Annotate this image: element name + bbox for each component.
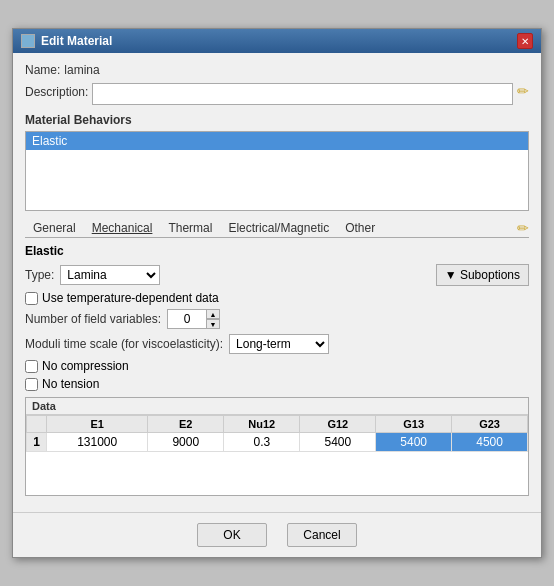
dialog-icon [21,34,35,48]
cell-e1-1[interactable]: 131000 [47,433,148,452]
row-num-1: 1 [27,433,47,452]
field-vars-spinner: ▲ ▼ [206,309,220,329]
material-behaviors-box: Elastic [25,131,529,211]
close-button[interactable]: ✕ [517,33,533,49]
col-e2: E2 [148,416,224,433]
type-select[interactable]: Lamina Isotropic Orthotropic Anisotropic… [60,265,160,285]
use-temp-label: Use temperature-dependent data [42,291,219,305]
material-behaviors-title: Material Behaviors [25,113,529,127]
field-vars-row: Number of field variables: ▲ ▼ [25,309,529,329]
edit-material-dialog: Edit Material ✕ Name: lamina Description… [12,28,542,558]
cell-nu12-1[interactable]: 0.3 [224,433,300,452]
data-table-header-row: E1 E2 Nu12 G12 G13 G23 [27,416,528,433]
cell-g13-1[interactable]: 5400 [376,433,452,452]
col-num [27,416,47,433]
no-tension-row: No tension [25,377,529,391]
tab-general[interactable]: General [25,219,84,237]
description-edit-icon[interactable]: ✏ [517,83,529,99]
data-table-body: 1 131000 9000 0.3 5400 5400 4500 [27,433,528,452]
suboptions-button[interactable]: ▼ Suboptions [436,264,529,286]
tab-thermal[interactable]: Thermal [160,219,220,237]
tabs-edit-icon[interactable]: ✏ [517,220,529,236]
ok-button[interactable]: OK [197,523,267,547]
field-vars-down[interactable]: ▼ [206,319,220,329]
data-section: Data E1 E2 Nu12 G12 G13 G23 [25,397,529,496]
tab-electrical[interactable]: Electrical/Magnetic [220,219,337,237]
type-row: Type: Lamina Isotropic Orthotropic Aniso… [25,264,529,286]
description-label: Description: [25,83,88,99]
tab-other[interactable]: Other [337,219,383,237]
title-bar: Edit Material ✕ [13,29,541,53]
name-value: lamina [64,63,99,77]
col-g23: G23 [452,416,528,433]
moduli-select[interactable]: Long-term Instantaneous [229,334,329,354]
table-row: 1 131000 9000 0.3 5400 5400 4500 [27,433,528,452]
type-label: Type: [25,268,54,282]
name-row: Name: lamina [25,63,529,77]
behavior-elastic[interactable]: Elastic [26,132,528,150]
data-section-header: Data [26,398,528,415]
col-nu12: Nu12 [224,416,300,433]
cell-e2-1[interactable]: 9000 [148,433,224,452]
data-table-head: E1 E2 Nu12 G12 G13 G23 [27,416,528,433]
col-g13: G13 [376,416,452,433]
data-table: E1 E2 Nu12 G12 G13 G23 1 131000 9000 [26,415,528,452]
name-label: Name: [25,63,60,77]
elastic-section-label: Elastic [25,244,529,258]
description-input[interactable] [92,83,513,105]
field-vars-up[interactable]: ▲ [206,309,220,319]
title-bar-left: Edit Material [21,34,112,48]
description-row: Description: ✏ [25,83,529,105]
moduli-row: Moduli time scale (for viscoelasticity):… [25,334,529,354]
no-compression-checkbox[interactable] [25,360,38,373]
no-compression-row: No compression [25,359,529,373]
cancel-button[interactable]: Cancel [287,523,357,547]
data-table-wrapper: E1 E2 Nu12 G12 G13 G23 1 131000 9000 [26,415,528,495]
dialog-title: Edit Material [41,34,112,48]
use-temp-checkbox[interactable] [25,292,38,305]
no-compression-label: No compression [42,359,129,373]
tabs-area: General Mechanical Thermal Electrical/Ma… [25,219,529,238]
use-temp-row: Use temperature-dependent data [25,291,529,305]
tab-items: General Mechanical Thermal Electrical/Ma… [25,219,517,237]
dialog-content: Name: lamina Description: ✏ Material Beh… [13,53,541,506]
no-tension-checkbox[interactable] [25,378,38,391]
field-vars-input[interactable] [167,309,207,329]
col-e1: E1 [47,416,148,433]
col-g12: G12 [300,416,376,433]
no-tension-label: No tension [42,377,99,391]
cell-g23-1[interactable]: 4500 [452,433,528,452]
moduli-label: Moduli time scale (for viscoelasticity): [25,337,223,351]
tab-mechanical[interactable]: Mechanical [84,219,161,237]
dialog-footer: OK Cancel [13,512,541,557]
cell-g12-1[interactable]: 5400 [300,433,376,452]
field-vars-label: Number of field variables: [25,312,161,326]
